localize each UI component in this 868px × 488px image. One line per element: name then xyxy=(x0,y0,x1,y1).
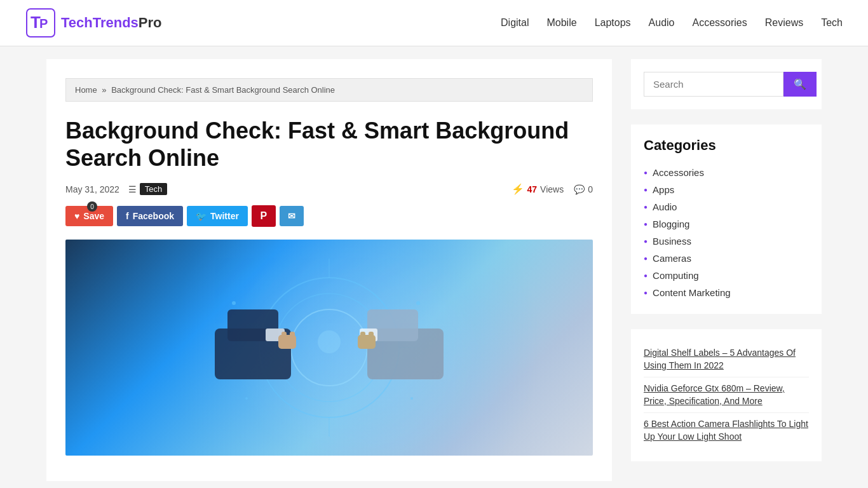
category-item-computing[interactable]: Computing xyxy=(644,267,809,284)
svg-text:P: P xyxy=(39,17,48,30)
categories-widget: Categories Accessories Apps Audio Bloggi… xyxy=(631,125,822,314)
facebook-label: Facebook xyxy=(133,211,174,221)
nav-audio[interactable]: Audio xyxy=(649,17,675,29)
category-item-cameras[interactable]: Cameras xyxy=(644,250,809,267)
breadcrumb: Home » Background Check: Fast & Smart Ba… xyxy=(65,78,593,102)
breadcrumb-separator: » xyxy=(102,85,106,95)
twitter-button[interactable]: 🐦 Twitter xyxy=(187,206,248,226)
recent-post-2-link[interactable]: Nvidia Geforce Gtx 680m – Review, Price,… xyxy=(644,383,785,406)
twitter-icon: 🐦 xyxy=(196,211,207,221)
recent-posts-list: Digital Shelf Labels – 5 Advantages Of U… xyxy=(644,342,809,449)
comments-number: 0 xyxy=(588,184,593,194)
content-area: Home » Background Check: Fast & Smart Ba… xyxy=(46,59,612,481)
article-meta: May 31, 2022 ☰ Tech ⚡ 47 Views 💬 0 xyxy=(65,183,593,195)
twitter-label: Twitter xyxy=(210,211,239,221)
article-tag: ☰ Tech xyxy=(128,183,167,195)
recent-post-1-link[interactable]: Digital Shelf Labels – 5 Advantages Of U… xyxy=(644,348,796,370)
nav-laptops[interactable]: Laptops xyxy=(595,17,631,29)
pinterest-button[interactable]: P xyxy=(252,205,276,227)
bolt-icon: ⚡ xyxy=(512,183,524,195)
site-header: T P TechTrendsPro Digital Mobile Laptops… xyxy=(0,0,868,46)
comment-icon: 💬 xyxy=(574,184,585,194)
breadcrumb-current: Background Check: Fast & Smart Backgroun… xyxy=(111,85,335,95)
main-wrapper: Home » Background Check: Fast & Smart Ba… xyxy=(27,46,841,488)
fist-bump-graphic xyxy=(196,252,463,443)
category-item-content-marketing[interactable]: Content Marketing xyxy=(644,284,809,301)
nav-reviews[interactable]: Reviews xyxy=(765,17,803,29)
facebook-button[interactable]: f Facebook xyxy=(117,206,183,226)
svg-point-23 xyxy=(232,301,236,305)
svg-rect-15 xyxy=(290,332,295,339)
email-icon: ✉ xyxy=(288,211,295,221)
nav-digital[interactable]: Digital xyxy=(501,17,529,29)
comments-count: 💬 0 xyxy=(574,184,593,194)
categories-title: Categories xyxy=(644,137,809,154)
meta-right: ⚡ 47 Views 💬 0 xyxy=(512,183,593,195)
recent-post-1: Digital Shelf Labels – 5 Advantages Of U… xyxy=(644,342,809,377)
recent-post-2: Nvidia Geforce Gtx 680m – Review, Price,… xyxy=(644,377,809,413)
social-buttons: ♥ Save 0 f Facebook 🐦 Twitter P ✉ xyxy=(65,205,593,227)
recent-post-3-link[interactable]: 6 Best Action Camera Flashlights To Ligh… xyxy=(644,419,808,442)
svg-point-25 xyxy=(245,397,248,400)
recent-posts-widget: Digital Shelf Labels – 5 Advantages Of U… xyxy=(631,329,822,461)
article-date: May 31, 2022 xyxy=(65,184,119,194)
svg-point-22 xyxy=(318,330,341,353)
svg-rect-14 xyxy=(281,332,287,339)
views-count: ⚡ 47 Views xyxy=(512,183,564,195)
nav-accessories[interactable]: Accessories xyxy=(692,17,747,29)
category-item-apps[interactable]: Apps xyxy=(644,181,809,198)
facebook-icon: f xyxy=(126,211,129,221)
article-image xyxy=(65,240,593,456)
svg-point-26 xyxy=(410,397,413,400)
logo-icon: T P xyxy=(25,8,56,38)
logo-text: TechTrendsPro xyxy=(61,15,162,31)
meta-left: May 31, 2022 ☰ Tech xyxy=(65,183,167,195)
category-item-blogging[interactable]: Blogging xyxy=(644,215,809,233)
svg-point-24 xyxy=(416,301,420,305)
views-label: Views xyxy=(540,184,564,194)
nav-mobile[interactable]: Mobile xyxy=(546,17,576,29)
svg-rect-20 xyxy=(360,332,365,339)
recent-post-3: 6 Best Action Camera Flashlights To Ligh… xyxy=(644,413,809,448)
category-item-audio[interactable]: Audio xyxy=(644,198,809,215)
save-label: Save xyxy=(83,211,104,221)
category-item-business[interactable]: Business xyxy=(644,233,809,250)
search-input[interactable] xyxy=(644,72,783,97)
nav-tech[interactable]: Tech xyxy=(821,17,843,29)
search-button[interactable]: 🔍 xyxy=(783,72,817,97)
sidebar: 🔍 Categories Accessories Apps Audio Blog… xyxy=(631,59,822,481)
views-number: 47 xyxy=(527,184,538,194)
search-widget: 🔍 xyxy=(631,59,822,109)
breadcrumb-home[interactable]: Home xyxy=(75,85,97,95)
tag-icon: ☰ xyxy=(128,184,137,194)
tag-label: Tech xyxy=(140,183,167,195)
category-item-accessories[interactable]: Accessories xyxy=(644,164,809,181)
pinterest-icon: P xyxy=(261,210,268,222)
email-button[interactable]: ✉ xyxy=(280,206,304,226)
search-icon: 🔍 xyxy=(794,79,806,90)
heart-icon: ♥ xyxy=(74,211,79,221)
category-list: Accessories Apps Audio Blogging Business… xyxy=(644,164,809,301)
svg-rect-21 xyxy=(369,332,374,339)
article-title: Background Check: Fast & Smart Backgroun… xyxy=(65,117,593,172)
logo[interactable]: T P TechTrendsPro xyxy=(25,8,162,38)
main-nav: Digital Mobile Laptops Audio Accessories… xyxy=(501,17,843,29)
